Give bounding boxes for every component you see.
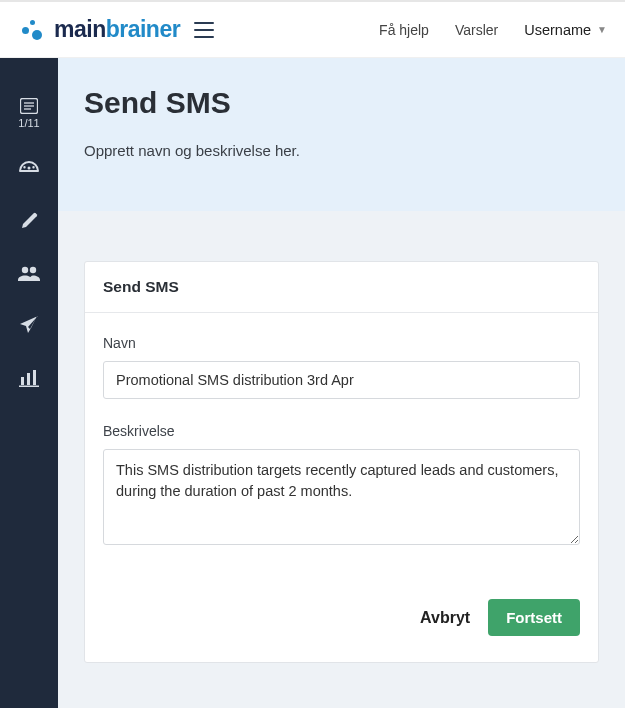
svg-point-4: [22, 267, 28, 273]
name-input[interactable]: [103, 361, 580, 399]
page-title: Send SMS: [84, 86, 599, 120]
user-menu[interactable]: Username ▼: [524, 22, 607, 38]
topbar-right: Få hjelp Varsler Username ▼: [379, 22, 607, 38]
gauge-icon: [18, 159, 40, 177]
card-wrap: Send SMS Navn Beskrivelse Avbryt Fortset…: [58, 261, 625, 663]
step-count: 1/11: [18, 117, 39, 129]
card-body: Navn Beskrivelse: [85, 313, 598, 575]
description-label: Beskrivelse: [103, 423, 580, 439]
paper-plane-icon: [19, 315, 39, 335]
sidebar: 1/11: [0, 58, 58, 708]
svg-rect-8: [33, 370, 36, 385]
card-footer: Avbryt Fortsett: [85, 575, 598, 662]
logo-text-brainer: brainer: [106, 16, 180, 42]
name-group: Navn: [103, 335, 580, 399]
topbar: mainbrainer Få hjelp Varsler Username ▼: [0, 0, 625, 58]
caret-down-icon: ▼: [597, 24, 607, 35]
cancel-button[interactable]: Avbryt: [420, 609, 470, 627]
page-subtitle: Opprett navn og beskrivelse her.: [84, 142, 599, 159]
card-title: Send SMS: [85, 262, 598, 313]
people-icon: [18, 265, 40, 281]
nav-dashboard[interactable]: [17, 159, 41, 181]
bar-chart-icon: [19, 369, 39, 387]
help-link[interactable]: Få hjelp: [379, 22, 429, 38]
logo-text-main: main: [54, 16, 106, 42]
logo-text: mainbrainer: [54, 16, 180, 43]
pencil-icon: [19, 211, 39, 231]
nav-reports[interactable]: [17, 369, 41, 391]
topbar-left: mainbrainer: [18, 16, 214, 43]
hamburger-icon[interactable]: [194, 22, 214, 38]
nav-campaigns[interactable]: [17, 315, 41, 339]
nav-compose[interactable]: [17, 211, 41, 235]
description-input[interactable]: [103, 449, 580, 545]
name-label: Navn: [103, 335, 580, 351]
svg-rect-7: [27, 373, 30, 385]
step-indicator[interactable]: 1/11: [18, 98, 39, 129]
svg-point-5: [30, 267, 36, 273]
content: Send SMS Opprett navn og beskrivelse her…: [58, 58, 625, 708]
svg-rect-6: [21, 377, 24, 385]
logo-mark-icon: [18, 17, 48, 43]
alerts-link[interactable]: Varsler: [455, 22, 498, 38]
list-icon: [20, 98, 38, 114]
nav-contacts[interactable]: [17, 265, 41, 285]
form-card: Send SMS Navn Beskrivelse Avbryt Fortset…: [84, 261, 599, 663]
description-group: Beskrivelse: [103, 423, 580, 549]
page-hero: Send SMS Opprett navn og beskrivelse her…: [58, 58, 625, 211]
svg-rect-9: [19, 386, 39, 388]
logo[interactable]: mainbrainer: [18, 16, 180, 43]
continue-button[interactable]: Fortsett: [488, 599, 580, 636]
shell: 1/11: [0, 58, 625, 708]
username-label: Username: [524, 22, 591, 38]
